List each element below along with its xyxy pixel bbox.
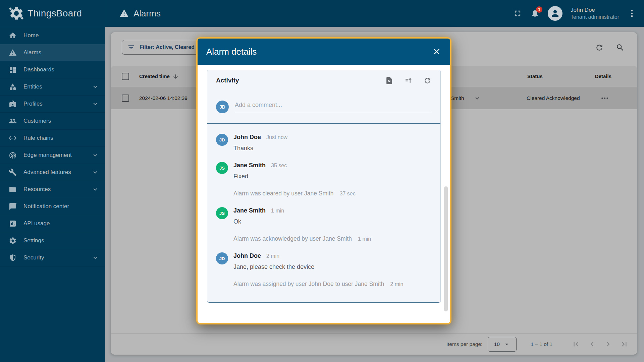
notifications-button[interactable]: 1 xyxy=(530,9,540,18)
add-comment-input[interactable] xyxy=(235,102,432,109)
chevron-down-icon xyxy=(92,186,99,193)
comment-time: 1 min xyxy=(271,208,284,214)
more-menu-button[interactable] xyxy=(627,9,637,18)
comment-item: JD John Doe2 min Jane, please check the … xyxy=(216,252,432,270)
chevron-down-icon xyxy=(92,169,99,176)
entities-icon xyxy=(9,83,17,91)
sort-comments-icon[interactable] xyxy=(404,76,413,85)
sidebar-item-label: Entities xyxy=(23,83,92,90)
sidebar-item-home[interactable]: Home xyxy=(0,27,105,44)
dialog-header: Alarm details xyxy=(198,39,450,65)
comment-time: Just now xyxy=(266,134,287,140)
comment-author: John Doe xyxy=(233,134,261,141)
top-bar: Alarms 1 John Doe Tenant administrator xyxy=(105,0,644,27)
comment-item: JS Jane Smith35 sec Fixed xyxy=(216,162,432,180)
system-activity-text: Alarm was cleared by user Jane Smith xyxy=(233,190,334,197)
sidebar-item-profiles[interactable]: Profiles xyxy=(0,96,105,113)
activity-header: Activity xyxy=(207,70,440,91)
dialog-scrollbar-thumb[interactable] xyxy=(444,186,448,311)
refresh-comments-icon[interactable] xyxy=(423,76,432,85)
comment-text: Fixed xyxy=(233,173,287,180)
sidebar-item-label: Rule chains xyxy=(23,135,99,141)
user-avatar[interactable] xyxy=(548,6,562,21)
dashboards-icon xyxy=(9,66,17,74)
comment-time: 35 sec xyxy=(271,163,287,169)
sidebar-item-label: Resources xyxy=(23,186,92,193)
alarm-details-dialog: Alarm details Activity JD JD Jo xyxy=(196,37,451,324)
comment-text: Thanks xyxy=(233,145,287,152)
sidebar-item-advanced-features[interactable]: Advanced features xyxy=(0,164,105,181)
comment-text: Jane, please check the device xyxy=(233,263,314,270)
user-name: John Doe xyxy=(571,6,619,14)
person-icon xyxy=(550,8,560,18)
profiles-badge-icon xyxy=(9,100,17,108)
home-icon xyxy=(9,32,17,40)
avatar: JD xyxy=(216,134,228,146)
sidebar-item-edge-management[interactable]: Edge management xyxy=(0,147,105,164)
dialog-title: Alarm details xyxy=(206,47,432,57)
page-title: Alarms xyxy=(119,0,161,27)
sidebar-item-security[interactable]: Security xyxy=(0,249,105,266)
close-icon xyxy=(432,47,441,56)
sidebar-item-resources[interactable]: Resources xyxy=(0,181,105,198)
api-usage-chart-icon xyxy=(9,220,17,228)
system-activity-item: Alarm was acknowledged by user Jane Smit… xyxy=(233,235,432,242)
sidebar-item-label: API usage xyxy=(23,220,99,227)
sidebar-item-label: Notification center xyxy=(23,203,99,210)
alarm-warning-icon xyxy=(9,49,17,57)
settings-gear-icon xyxy=(9,237,17,245)
sidebar-item-customers[interactable]: Customers xyxy=(0,113,105,130)
activity-title: Activity xyxy=(216,77,385,84)
system-activity-time: 2 min xyxy=(390,281,403,287)
export-comments-icon[interactable] xyxy=(385,76,393,85)
chevron-down-icon xyxy=(92,100,99,108)
avatar: JS xyxy=(216,162,228,174)
thingsboard-logo-icon xyxy=(9,6,24,21)
comment-composer: JD xyxy=(207,91,440,123)
dialog-body: Activity JD JD John DoeJust now Thanks xyxy=(198,65,450,323)
alarm-warning-icon xyxy=(119,9,129,18)
sidebar-item-label: Home xyxy=(23,32,99,39)
close-button[interactable] xyxy=(432,47,441,56)
chevron-down-icon xyxy=(92,152,99,159)
sidebar-item-settings[interactable]: Settings xyxy=(0,232,105,249)
sidebar-item-entities[interactable]: Entities xyxy=(0,78,105,96)
app-title: ThingsBoard xyxy=(28,8,82,19)
security-shield-icon xyxy=(9,254,17,262)
system-activity-item: Alarm was assigned by user John Doe to u… xyxy=(233,281,432,288)
sidebar-item-api-usage[interactable]: API usage xyxy=(0,215,105,232)
sidebar-item-label: Alarms xyxy=(23,49,99,56)
user-info[interactable]: John Doe Tenant administrator xyxy=(571,6,619,21)
chevron-down-icon xyxy=(92,83,99,90)
customers-people-icon xyxy=(9,117,17,125)
sidebar-item-notification-center[interactable]: Notification center xyxy=(0,198,105,215)
avatar: JS xyxy=(216,207,228,219)
page-title-label: Alarms xyxy=(133,8,161,19)
fullscreen-button[interactable] xyxy=(513,9,522,18)
comment-time: 2 min xyxy=(266,253,279,259)
system-activity-item: Alarm was cleared by user Jane Smith37 s… xyxy=(233,190,432,197)
system-activity-text: Alarm was assigned by user John Doe to u… xyxy=(233,281,384,287)
user-role: Tenant administrator xyxy=(571,14,619,21)
sidebar-item-label: Settings xyxy=(23,237,99,244)
comment-author: John Doe xyxy=(233,252,261,259)
sidebar-item-dashboards[interactable]: Dashboards xyxy=(0,61,105,78)
sidebar-item-label: Profiles xyxy=(23,101,92,107)
rule-chains-icon xyxy=(9,134,17,142)
activity-panel: Activity JD JD John DoeJust now Thanks xyxy=(207,70,441,303)
sidebar-item-rule-chains[interactable]: Rule chains xyxy=(0,130,105,147)
edge-management-antenna-icon xyxy=(9,151,17,159)
comment-list[interactable]: JD John DoeJust now Thanks JS Jane Smith… xyxy=(207,123,440,303)
comment-author: Jane Smith xyxy=(233,207,266,214)
kebab-icon xyxy=(627,9,637,18)
sidebar: ThingsBoard Home Alarms Dashboards Entit… xyxy=(0,0,105,362)
sidebar-item-label: Dashboards xyxy=(23,66,99,73)
system-activity-text: Alarm was acknowledged by user Jane Smit… xyxy=(233,235,352,242)
sidebar-item-alarms[interactable]: Alarms xyxy=(0,44,105,61)
comment-item: JS Jane Smith1 min Ok xyxy=(216,207,432,225)
resources-folder-icon xyxy=(9,185,17,193)
sidebar-item-label: Customers xyxy=(23,118,99,124)
comment-author: Jane Smith xyxy=(233,162,266,169)
advanced-features-tools-icon xyxy=(9,168,17,176)
app-logo[interactable]: ThingsBoard xyxy=(0,0,105,27)
